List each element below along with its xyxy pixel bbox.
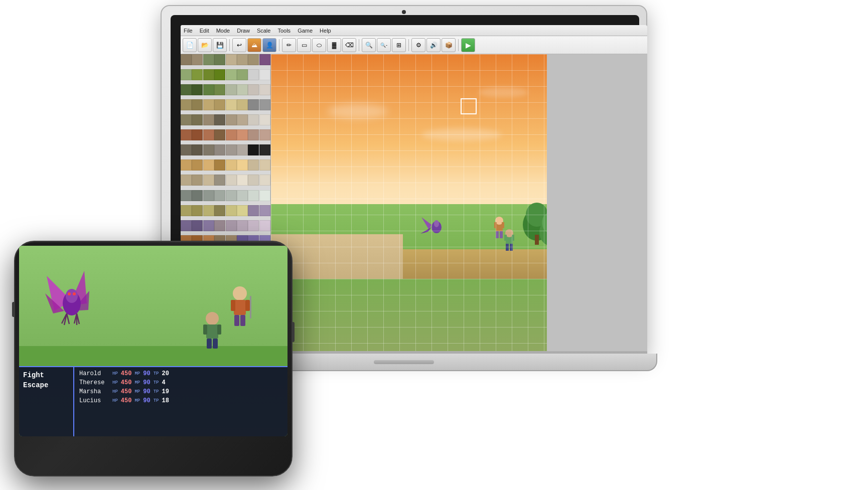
tile-cell[interactable] bbox=[237, 159, 248, 171]
tile-cell[interactable] bbox=[226, 99, 237, 110]
tile-cell[interactable] bbox=[214, 205, 225, 216]
tile-cell[interactable] bbox=[181, 144, 192, 155]
tile-cell[interactable] bbox=[226, 144, 237, 155]
tile-cell[interactable] bbox=[192, 54, 203, 65]
toolbar-zoom-reset-btn[interactable]: ⊞ bbox=[392, 38, 406, 52]
toolbar-resource2-btn[interactable]: 📦 bbox=[442, 38, 456, 52]
tile-cell[interactable] bbox=[214, 175, 225, 186]
tile-cell[interactable] bbox=[203, 114, 214, 125]
tile-cell[interactable] bbox=[181, 69, 192, 80]
tile-cell[interactable] bbox=[214, 190, 225, 201]
tile-cell[interactable] bbox=[237, 205, 248, 216]
tile-cell[interactable] bbox=[181, 129, 192, 140]
toolbar-pencil-btn[interactable]: ✏ bbox=[282, 38, 296, 52]
tile-cell[interactable] bbox=[226, 205, 237, 216]
tile-cell[interactable] bbox=[181, 220, 192, 231]
volume-button[interactable] bbox=[12, 302, 15, 317]
toolbar-play-btn[interactable]: ▶ bbox=[461, 38, 475, 52]
tile-cell[interactable] bbox=[181, 99, 192, 110]
tile-cell[interactable] bbox=[237, 99, 248, 110]
tile-cell[interactable] bbox=[214, 129, 225, 140]
tile-cell[interactable] bbox=[192, 220, 203, 231]
tile-cell[interactable] bbox=[181, 114, 192, 125]
tile-cell[interactable] bbox=[181, 54, 192, 65]
tile-cell[interactable] bbox=[237, 69, 248, 80]
toolbar-erase-btn[interactable]: ⌫ bbox=[342, 38, 356, 52]
tile-cell[interactable] bbox=[237, 175, 248, 186]
tile-cell[interactable] bbox=[226, 54, 237, 65]
tile-cell[interactable] bbox=[214, 144, 225, 155]
tile-cell[interactable] bbox=[226, 129, 237, 140]
toolbar-terrain-btn[interactable]: ⛰ bbox=[247, 38, 261, 52]
tile-cell[interactable] bbox=[192, 175, 203, 186]
tile-cell[interactable] bbox=[248, 129, 259, 140]
tile-cell[interactable] bbox=[248, 54, 259, 65]
tile-cell[interactable] bbox=[237, 220, 248, 231]
tile-cell[interactable] bbox=[226, 190, 237, 201]
tile-cell[interactable] bbox=[181, 190, 192, 201]
tile-cell[interactable] bbox=[214, 54, 225, 65]
menu-help[interactable]: Help bbox=[320, 28, 331, 34]
toolbar-save-btn[interactable]: 💾 bbox=[213, 38, 227, 52]
toolbar-event-btn[interactable]: 👤 bbox=[262, 38, 276, 52]
tile-cell[interactable] bbox=[214, 114, 225, 125]
tile-cell[interactable] bbox=[259, 99, 270, 110]
toolbar-ellipse-btn[interactable]: ⬭ bbox=[312, 38, 326, 52]
tile-cell[interactable] bbox=[192, 159, 203, 171]
tile-cell[interactable] bbox=[192, 114, 203, 125]
tile-cell[interactable] bbox=[192, 129, 203, 140]
tile-cell[interactable] bbox=[203, 69, 214, 80]
toolbar-open-btn[interactable]: 📂 bbox=[198, 38, 212, 52]
menu-tools[interactable]: Tools bbox=[277, 28, 291, 34]
tile-cell[interactable] bbox=[248, 205, 259, 216]
tile-cell[interactable] bbox=[259, 129, 270, 140]
tile-cell[interactable] bbox=[181, 175, 192, 186]
toolbar-rect-btn[interactable]: ▭ bbox=[297, 38, 311, 52]
tile-cell[interactable] bbox=[259, 220, 270, 231]
tile-cell[interactable] bbox=[192, 190, 203, 201]
menu-file[interactable]: File bbox=[184, 28, 193, 34]
tile-cell[interactable] bbox=[203, 99, 214, 110]
tile-cell[interactable] bbox=[248, 69, 259, 80]
tile-cell[interactable] bbox=[259, 69, 270, 80]
tile-cell[interactable] bbox=[214, 220, 225, 231]
toolbar-settings-btn[interactable]: ⚙ bbox=[411, 38, 425, 52]
tile-cell[interactable] bbox=[259, 205, 270, 216]
tile-cell[interactable] bbox=[237, 54, 248, 65]
tile-cell[interactable] bbox=[259, 159, 270, 171]
tile-cell[interactable] bbox=[248, 159, 259, 171]
tile-cell[interactable] bbox=[259, 175, 270, 186]
tile-cell[interactable] bbox=[248, 114, 259, 125]
tile-cell[interactable] bbox=[248, 190, 259, 201]
tile-cell[interactable] bbox=[214, 159, 225, 171]
tile-cell[interactable] bbox=[226, 69, 237, 80]
menu-mode[interactable]: Mode bbox=[216, 28, 230, 34]
tile-cell[interactable] bbox=[237, 144, 248, 155]
tile-cell[interactable] bbox=[248, 84, 259, 95]
tile-cell[interactable] bbox=[203, 144, 214, 155]
tile-cell[interactable] bbox=[203, 84, 214, 95]
tile-cell[interactable] bbox=[181, 84, 192, 95]
toolbar-new-btn[interactable]: 📄 bbox=[183, 38, 197, 52]
tile-cell[interactable] bbox=[214, 84, 225, 95]
tile-cell[interactable] bbox=[203, 129, 214, 140]
tile-cell[interactable] bbox=[237, 129, 248, 140]
menu-game[interactable]: Game bbox=[298, 28, 313, 34]
tile-cell[interactable] bbox=[181, 159, 192, 171]
cmd-escape[interactable]: Escape bbox=[23, 381, 69, 389]
tile-cell[interactable] bbox=[203, 205, 214, 216]
tile-cell[interactable] bbox=[226, 220, 237, 231]
toolbar-undo-btn[interactable]: ↩ bbox=[232, 38, 246, 52]
tile-cell[interactable] bbox=[203, 190, 214, 201]
map-canvas[interactable] bbox=[271, 54, 647, 354]
tile-cell[interactable] bbox=[214, 69, 225, 80]
tile-cell[interactable] bbox=[214, 99, 225, 110]
toolbar-zoom-out-btn[interactable]: 🔍- bbox=[377, 38, 391, 52]
tile-cell[interactable] bbox=[259, 84, 270, 95]
tile-cell[interactable] bbox=[203, 54, 214, 65]
tile-cell[interactable] bbox=[248, 175, 259, 186]
tile-cell[interactable] bbox=[203, 175, 214, 186]
cmd-fight[interactable]: Fight bbox=[23, 371, 69, 379]
toolbar-zoom-in-btn[interactable]: 🔍 bbox=[362, 38, 376, 52]
tile-cell[interactable] bbox=[181, 205, 192, 216]
